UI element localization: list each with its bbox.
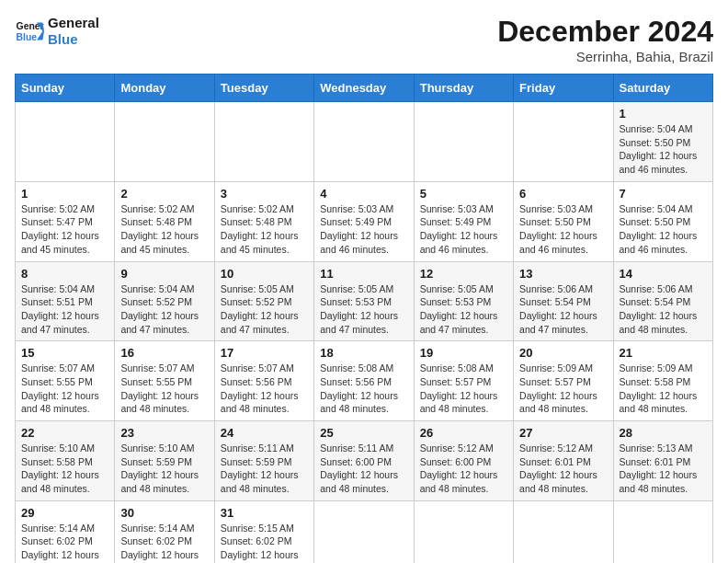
calendar-cell: 23Sunrise: 5:10 AMSunset: 5:59 PMDayligh…	[115, 421, 214, 501]
calendar-cell: 11Sunrise: 5:05 AMSunset: 5:53 PMDayligh…	[314, 261, 414, 341]
day-info: Sunrise: 5:14 AMSunset: 6:02 PMDaylight:…	[21, 522, 108, 563]
day-number: 17	[221, 346, 308, 360]
calendar-cell: 16Sunrise: 5:07 AMSunset: 5:55 PMDayligh…	[115, 341, 214, 421]
day-info: Sunrise: 5:04 AMSunset: 5:52 PMDaylight:…	[120, 282, 208, 337]
header-day-saturday: Saturday	[613, 75, 712, 102]
day-number: 1	[21, 187, 108, 201]
day-info: Sunrise: 5:15 AMSunset: 6:02 PMDaylight:…	[221, 522, 308, 563]
day-number: 30	[120, 506, 208, 520]
calendar-cell: 31Sunrise: 5:15 AMSunset: 6:02 PMDayligh…	[214, 500, 313, 563]
day-number: 21	[620, 346, 707, 360]
day-number: 23	[120, 426, 208, 440]
header-day-tuesday: Tuesday	[214, 75, 313, 102]
calendar-cell	[514, 102, 613, 182]
day-info: Sunrise: 5:03 AMSunset: 5:50 PMDaylight:…	[519, 202, 607, 257]
page-title: December 2024	[497, 15, 713, 49]
day-info: Sunrise: 5:03 AMSunset: 5:49 PMDaylight:…	[420, 202, 507, 257]
day-number: 6	[519, 187, 607, 201]
week-row-5: 29Sunrise: 5:14 AMSunset: 6:02 PMDayligh…	[16, 500, 713, 563]
day-number: 8	[21, 267, 108, 281]
day-number: 29	[21, 506, 108, 520]
page-subtitle: Serrinha, Bahia, Brazil	[497, 49, 713, 64]
day-info: Sunrise: 5:09 AMSunset: 5:58 PMDaylight:…	[620, 362, 707, 416]
calendar-cell: 29Sunrise: 5:14 AMSunset: 6:02 PMDayligh…	[16, 500, 115, 563]
day-info: Sunrise: 5:07 AMSunset: 5:56 PMDaylight:…	[221, 362, 308, 416]
day-number: 11	[320, 267, 407, 281]
calendar-cell: 4Sunrise: 5:03 AMSunset: 5:49 PMDaylight…	[314, 181, 414, 261]
day-number: 13	[519, 267, 607, 281]
day-info: Sunrise: 5:13 AMSunset: 6:01 PMDaylight:…	[620, 442, 707, 496]
calendar-cell: 13Sunrise: 5:06 AMSunset: 5:54 PMDayligh…	[514, 261, 613, 341]
day-info: Sunrise: 5:08 AMSunset: 5:56 PMDaylight:…	[320, 362, 407, 416]
calendar-cell	[314, 102, 414, 182]
calendar-cell: 20Sunrise: 5:09 AMSunset: 5:57 PMDayligh…	[514, 341, 613, 421]
day-number: 26	[420, 426, 507, 440]
calendar-cell: 1Sunrise: 5:02 AMSunset: 5:47 PMDaylight…	[16, 181, 115, 261]
day-number: 16	[120, 346, 208, 360]
day-info: Sunrise: 5:04 AMSunset: 5:50 PMDaylight:…	[620, 122, 707, 177]
day-info: Sunrise: 5:06 AMSunset: 5:54 PMDaylight:…	[519, 282, 607, 337]
day-info: Sunrise: 5:10 AMSunset: 5:58 PMDaylight:…	[21, 442, 108, 496]
calendar-cell	[514, 500, 613, 563]
calendar-cell: 8Sunrise: 5:04 AMSunset: 5:51 PMDaylight…	[16, 261, 115, 341]
day-number: 4	[320, 187, 407, 201]
day-number: 22	[21, 426, 108, 440]
week-row-2: 8Sunrise: 5:04 AMSunset: 5:51 PMDaylight…	[16, 261, 713, 341]
calendar-cell: 5Sunrise: 5:03 AMSunset: 5:49 PMDaylight…	[414, 181, 513, 261]
calendar-cell	[16, 102, 115, 182]
header-day-sunday: Sunday	[16, 75, 115, 102]
calendar-cell: 27Sunrise: 5:12 AMSunset: 6:01 PMDayligh…	[514, 421, 613, 501]
week-row-0: 1Sunrise: 5:04 AMSunset: 5:50 PMDaylight…	[16, 102, 713, 182]
header-day-wednesday: Wednesday	[314, 75, 414, 102]
day-number: 3	[221, 187, 308, 201]
calendar-cell: 1Sunrise: 5:04 AMSunset: 5:50 PMDaylight…	[613, 102, 712, 182]
title-area: December 2024 Serrinha, Bahia, Brazil	[497, 15, 713, 64]
day-number: 18	[320, 346, 407, 360]
day-info: Sunrise: 5:11 AMSunset: 5:59 PMDaylight:…	[221, 442, 308, 496]
day-info: Sunrise: 5:12 AMSunset: 6:00 PMDaylight:…	[420, 442, 507, 496]
day-number: 14	[620, 267, 707, 281]
week-row-4: 22Sunrise: 5:10 AMSunset: 5:58 PMDayligh…	[16, 421, 713, 501]
day-number: 10	[221, 267, 308, 281]
week-row-3: 15Sunrise: 5:07 AMSunset: 5:55 PMDayligh…	[16, 341, 713, 421]
calendar-table: SundayMondayTuesdayWednesdayThursdayFrid…	[15, 74, 713, 563]
day-number: 7	[620, 187, 707, 201]
header-row: SundayMondayTuesdayWednesdayThursdayFrid…	[16, 75, 713, 102]
calendar-cell: 14Sunrise: 5:06 AMSunset: 5:54 PMDayligh…	[613, 261, 712, 341]
logo-line2: Blue	[48, 31, 99, 48]
logo-icon: General Blue	[15, 17, 44, 46]
calendar-cell: 10Sunrise: 5:05 AMSunset: 5:52 PMDayligh…	[214, 261, 313, 341]
day-info: Sunrise: 5:14 AMSunset: 6:02 PMDaylight:…	[120, 522, 208, 563]
calendar-cell	[314, 500, 414, 563]
header: General Blue General Blue December 2024 …	[15, 15, 713, 64]
calendar-cell: 12Sunrise: 5:05 AMSunset: 5:53 PMDayligh…	[414, 261, 513, 341]
svg-text:Blue: Blue	[17, 32, 38, 42]
day-number: 27	[519, 426, 607, 440]
calendar-cell: 18Sunrise: 5:08 AMSunset: 5:56 PMDayligh…	[314, 341, 414, 421]
day-number: 1	[620, 107, 707, 121]
calendar-cell: 24Sunrise: 5:11 AMSunset: 5:59 PMDayligh…	[214, 421, 313, 501]
calendar-cell	[414, 102, 513, 182]
logo-line1: General	[48, 15, 99, 31]
day-info: Sunrise: 5:04 AMSunset: 5:50 PMDaylight:…	[620, 202, 707, 257]
day-number: 20	[519, 346, 607, 360]
day-number: 28	[620, 426, 707, 440]
day-number: 9	[120, 267, 208, 281]
calendar-cell: 9Sunrise: 5:04 AMSunset: 5:52 PMDaylight…	[115, 261, 214, 341]
day-number: 24	[221, 426, 308, 440]
calendar-cell: 30Sunrise: 5:14 AMSunset: 6:02 PMDayligh…	[115, 500, 214, 563]
day-info: Sunrise: 5:05 AMSunset: 5:53 PMDaylight:…	[320, 282, 407, 337]
day-number: 31	[221, 506, 308, 520]
calendar-cell: 15Sunrise: 5:07 AMSunset: 5:55 PMDayligh…	[16, 341, 115, 421]
calendar-cell: 22Sunrise: 5:10 AMSunset: 5:58 PMDayligh…	[16, 421, 115, 501]
day-info: Sunrise: 5:09 AMSunset: 5:57 PMDaylight:…	[519, 362, 607, 416]
day-number: 19	[420, 346, 507, 360]
calendar-cell	[214, 102, 313, 182]
calendar-cell: 26Sunrise: 5:12 AMSunset: 6:00 PMDayligh…	[414, 421, 513, 501]
day-info: Sunrise: 5:05 AMSunset: 5:53 PMDaylight:…	[420, 282, 507, 337]
day-info: Sunrise: 5:02 AMSunset: 5:48 PMDaylight:…	[120, 202, 208, 257]
day-number: 2	[120, 187, 208, 201]
day-info: Sunrise: 5:05 AMSunset: 5:52 PMDaylight:…	[221, 282, 308, 337]
day-info: Sunrise: 5:02 AMSunset: 5:48 PMDaylight:…	[221, 202, 308, 257]
day-info: Sunrise: 5:12 AMSunset: 6:01 PMDaylight:…	[519, 442, 607, 496]
